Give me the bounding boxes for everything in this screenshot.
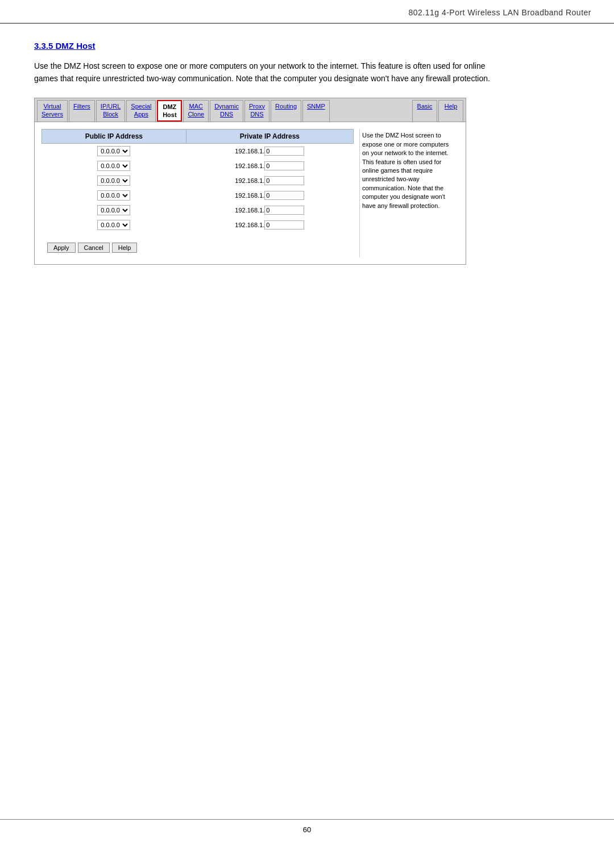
private-ip-prefix: 192.168.1. (235, 207, 264, 214)
public-ip-cell: 0.0.0.0 (42, 203, 186, 218)
private-ip-input[interactable] (264, 176, 304, 185)
tab-snmp[interactable]: SNMP (302, 100, 330, 122)
table-row: 0.0.0.0192.168.1. (42, 188, 354, 203)
table-row: 0.0.0.0192.168.1. (42, 144, 354, 159)
form-area: Public IP Address Private IP Address 0.0… (42, 129, 354, 257)
router-panel: VirtualServers Filters IP/URLBlock Speci… (34, 98, 466, 265)
ip-table: Public IP Address Private IP Address 0.0… (42, 129, 354, 232)
tab-ip-url-block[interactable]: IP/URLBlock (96, 100, 125, 122)
tab-mac-clone[interactable]: MACClone (183, 100, 209, 122)
tab-dmz-host[interactable]: DMZHost (157, 100, 182, 122)
tab-spacer (331, 100, 411, 122)
private-ip-prefix: 192.168.1. (235, 162, 264, 169)
table-row: 0.0.0.0192.168.1. (42, 173, 354, 188)
private-ip-input[interactable] (264, 220, 304, 229)
page-title: 802.11g 4-Port Wireless LAN Broadband Ro… (408, 8, 591, 17)
section-description: Use the DMZ Host screen to expose one or… (34, 60, 500, 85)
private-ip-input[interactable] (264, 191, 304, 200)
page-footer: 60 (0, 819, 614, 834)
top-header: 802.11g 4-Port Wireless LAN Broadband Ro… (0, 0, 614, 24)
public-ip-select[interactable]: 0.0.0.0 (97, 146, 130, 156)
table-row: 0.0.0.0192.168.1. (42, 218, 354, 232)
panel-body: Public IP Address Private IP Address 0.0… (35, 122, 466, 264)
private-ip-input[interactable] (264, 147, 304, 156)
buttons-row: Apply Cancel Help (42, 238, 354, 257)
private-ip-input[interactable] (264, 206, 304, 215)
page-wrapper: 802.11g 4-Port Wireless LAN Broadband Ro… (0, 0, 614, 868)
public-ip-select[interactable]: 0.0.0.0 (97, 161, 130, 171)
private-ip-prefix: 192.168.1. (235, 222, 264, 228)
table-row: 0.0.0.0192.168.1. (42, 158, 354, 173)
main-content: 3.3.5 DMZ Host Use the DMZ Host screen t… (0, 24, 614, 287)
private-ip-cell: 192.168.1. (186, 173, 353, 188)
tab-routing[interactable]: Routing (271, 100, 301, 122)
col-public-header: Public IP Address (42, 130, 186, 144)
tab-virtual-servers[interactable]: VirtualServers (37, 100, 68, 122)
public-ip-select[interactable]: 0.0.0.0 (97, 176, 130, 186)
tab-help[interactable]: Help (438, 100, 463, 122)
public-ip-select[interactable]: 0.0.0.0 (97, 220, 130, 230)
public-ip-cell: 0.0.0.0 (42, 173, 186, 188)
page-number: 60 (303, 825, 311, 834)
private-ip-cell: 192.168.1. (186, 203, 353, 218)
private-ip-cell: 192.168.1. (186, 188, 353, 203)
public-ip-select[interactable]: 0.0.0.0 (97, 205, 130, 215)
apply-button[interactable]: Apply (47, 243, 76, 253)
private-ip-prefix: 192.168.1. (235, 148, 264, 155)
tab-dynamic-dns[interactable]: DynamicDNS (210, 100, 243, 122)
public-ip-cell: 0.0.0.0 (42, 144, 186, 159)
help-button[interactable]: Help (112, 243, 138, 253)
private-ip-prefix: 192.168.1. (235, 192, 264, 199)
table-row: 0.0.0.0192.168.1. (42, 203, 354, 218)
cancel-button[interactable]: Cancel (78, 243, 110, 253)
public-ip-cell: 0.0.0.0 (42, 158, 186, 173)
private-ip-input[interactable] (264, 161, 304, 170)
public-ip-select[interactable]: 0.0.0.0 (97, 190, 130, 201)
help-text-panel: Use the DMZ Host screen to expose one or… (359, 129, 459, 257)
public-ip-cell: 0.0.0.0 (42, 218, 186, 232)
tab-basic[interactable]: Basic (412, 100, 437, 122)
private-ip-cell: 192.168.1. (186, 158, 353, 173)
public-ip-cell: 0.0.0.0 (42, 188, 186, 203)
private-ip-cell: 192.168.1. (186, 218, 353, 232)
col-private-header: Private IP Address (186, 130, 353, 144)
private-ip-prefix: 192.168.1. (235, 177, 264, 184)
section-heading: 3.3.5 DMZ Host (34, 41, 580, 51)
tab-proxy-dns[interactable]: ProxyDNS (244, 100, 269, 122)
private-ip-cell: 192.168.1. (186, 144, 353, 159)
tab-special-apps[interactable]: SpecialApps (126, 100, 156, 122)
tab-filters[interactable]: Filters (69, 100, 95, 122)
tab-bar: VirtualServers Filters IP/URLBlock Speci… (35, 98, 466, 123)
